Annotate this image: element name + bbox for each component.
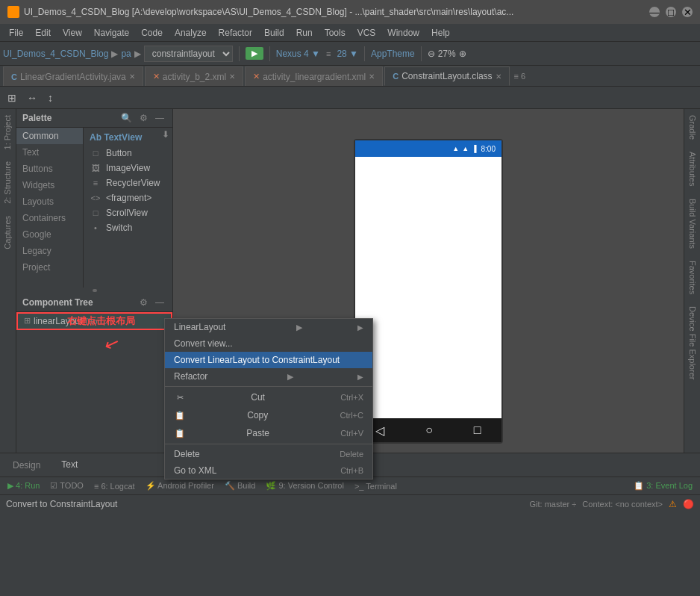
taskbar-build[interactable]: 🔨 Build bbox=[220, 479, 260, 492]
menu-edit[interactable]: Edit bbox=[29, 26, 57, 40]
minimize-button[interactable]: — bbox=[649, 7, 660, 17]
menu-refactor[interactable]: Refactor bbox=[213, 26, 258, 40]
more-tabs[interactable]: ≡ 6 bbox=[514, 72, 526, 81]
menu-tools[interactable]: Tools bbox=[319, 26, 351, 40]
taskbar-terminal[interactable]: >_ Terminal bbox=[350, 480, 401, 492]
tab-lineargradient[interactable]: C LinearGradientActivity.java ✕ bbox=[3, 66, 143, 86]
back-btn: ◁ bbox=[375, 423, 384, 438]
palette-item-scrollview[interactable]: □ ScrollView bbox=[87, 205, 169, 220]
right-tab-devicefile[interactable]: Device File Explorer bbox=[684, 300, 700, 385]
tab-activity-lineargradient[interactable]: ✕ activity_lineargradient.xml ✕ bbox=[245, 66, 383, 86]
right-tab-gradle[interactable]: Gradle bbox=[684, 109, 700, 146]
menu-view[interactable]: View bbox=[57, 26, 88, 40]
project-name[interactable]: UI_Demos_4_CSDN_Blog bbox=[3, 49, 108, 59]
palette-search[interactable]: 🔍 bbox=[119, 112, 134, 124]
close-button[interactable]: ✕ bbox=[682, 7, 693, 17]
api-level[interactable]: 28 ▼ bbox=[337, 49, 358, 59]
menu-file[interactable]: File bbox=[3, 26, 29, 40]
copy-icon: 📋 bbox=[174, 409, 186, 421]
right-tab-attributes[interactable]: Attributes bbox=[684, 146, 700, 192]
menu-code[interactable]: Code bbox=[135, 26, 169, 40]
cat-containers[interactable]: Containers bbox=[16, 210, 83, 226]
right-tab-favorites[interactable]: Favorites bbox=[684, 255, 700, 300]
tree-item-linearlayout[interactable]: ⊞ linearLayout (hori... bbox=[16, 312, 172, 330]
app-theme[interactable]: AppTheme bbox=[371, 49, 415, 59]
palette-collapse[interactable]: — bbox=[153, 112, 166, 124]
menu-build[interactable]: Build bbox=[258, 26, 290, 40]
tab-activity-b2[interactable]: ✕ activity_b_2.xml ✕ bbox=[145, 66, 243, 86]
sidebar-tab-structure[interactable]: 2: Structure bbox=[0, 155, 16, 210]
zoom-plus[interactable]: ⊕ bbox=[459, 49, 466, 59]
menu-window[interactable]: Window bbox=[381, 26, 425, 40]
ctx-item-cut[interactable]: ✂ Cut Ctrl+X bbox=[165, 388, 372, 406]
cat-text[interactable]: Text bbox=[16, 144, 83, 161]
phone-nav-bar: ◁ ○ □ bbox=[355, 418, 501, 442]
taskbar-todo[interactable]: ☑ TODO bbox=[46, 479, 87, 492]
tree-actions: ⚙ — bbox=[137, 297, 166, 308]
bottom-tab-design[interactable]: Design bbox=[3, 456, 50, 474]
taskbar-eventlog[interactable]: 📋 3: Event Log bbox=[629, 479, 697, 492]
ctx-item-copy[interactable]: 📋 Copy Ctrl+C bbox=[165, 406, 372, 424]
right-tab-buildvariants[interactable]: Build Variants bbox=[684, 193, 700, 255]
align-icon[interactable]: ↕ bbox=[45, 90, 56, 105]
ctx-refactor-label: Refactor bbox=[174, 371, 207, 382]
zoom-minus[interactable]: ⊖ bbox=[428, 49, 435, 59]
palette-download-btn[interactable]: ⬇ bbox=[162, 129, 169, 140]
menu-analyze[interactable]: Analyze bbox=[169, 26, 213, 40]
taskbar-profiler[interactable]: ⚡ Android Profiler bbox=[141, 479, 219, 492]
cat-google[interactable]: Google bbox=[16, 226, 83, 243]
ctx-item-convertview[interactable]: Convert view... bbox=[165, 335, 372, 352]
table-icon[interactable]: ⊞ bbox=[4, 90, 19, 105]
toolbar: UI_Demos_4_CSDN_Blog ▶ pa ▶ constraintla… bbox=[0, 42, 700, 66]
tab-close-1[interactable]: ✕ bbox=[129, 72, 135, 81]
tab-close-2[interactable]: ✕ bbox=[229, 72, 235, 81]
sidebar-tab-project[interactable]: 1: Project bbox=[0, 109, 16, 155]
arrow-left[interactable]: ↔ bbox=[24, 90, 40, 105]
taskbar-run[interactable]: ▶ 4: Run bbox=[3, 479, 44, 492]
tab-constraintlayout[interactable]: C ConstraintLayout.class ✕ bbox=[384, 66, 509, 86]
ctx-sep-1 bbox=[165, 386, 372, 387]
ctx-item-gotoxml[interactable]: Go to XML Ctrl+B bbox=[165, 462, 372, 479]
ctx-item-delete[interactable]: Delete Delete bbox=[165, 446, 372, 462]
toolbar-sep-3 bbox=[364, 46, 365, 61]
menu-navigate[interactable]: Navigate bbox=[88, 26, 135, 40]
breadcrumb-pa[interactable]: pa bbox=[121, 49, 131, 59]
ctx-item-linearlayout[interactable]: LinearLayout ▶ bbox=[165, 319, 372, 335]
palette-item-switch[interactable]: • Switch bbox=[87, 220, 169, 235]
cat-project[interactable]: Project bbox=[16, 259, 83, 276]
menu-run[interactable]: Run bbox=[290, 26, 319, 40]
taskbar-logcat[interactable]: ≡ 6: Logcat bbox=[90, 480, 140, 492]
run-button[interactable]: ▶ bbox=[246, 47, 263, 60]
tab-close-4[interactable]: ✕ bbox=[496, 72, 501, 81]
cat-widgets[interactable]: Widgets bbox=[16, 177, 83, 193]
palette-item-button[interactable]: □ Button bbox=[87, 146, 169, 161]
menu-vcs[interactable]: VCS bbox=[351, 26, 382, 40]
tree-collapse[interactable]: — bbox=[153, 297, 166, 308]
cat-buttons[interactable]: Buttons bbox=[16, 161, 83, 177]
palette-settings[interactable]: ⚙ bbox=[137, 112, 150, 124]
git-status[interactable]: Git: master ÷ bbox=[529, 500, 576, 509]
tab-close-3[interactable]: ✕ bbox=[369, 72, 375, 81]
status-right-section: Git: master ÷ Context: <no context> ⚠ 🔴 bbox=[529, 499, 694, 509]
cat-legacy[interactable]: Legacy bbox=[16, 243, 83, 259]
recyclerview-label: RecyclerView bbox=[106, 178, 160, 188]
app-icon bbox=[7, 6, 19, 18]
menu-help[interactable]: Help bbox=[425, 26, 456, 40]
ctx-item-refactor[interactable]: Refactor ▶ bbox=[165, 368, 372, 385]
cat-common[interactable]: Common bbox=[16, 128, 83, 144]
layout-dropdown[interactable]: constraintlayout bbox=[144, 46, 233, 62]
tree-settings[interactable]: ⚙ bbox=[137, 297, 150, 308]
cat-layouts[interactable]: Layouts bbox=[16, 193, 83, 210]
palette-item-imageview[interactable]: 🖼 ImageView bbox=[87, 161, 169, 176]
palette-item-recyclerview[interactable]: ≡ RecyclerView bbox=[87, 176, 169, 190]
tab-icon-3: ✕ bbox=[253, 72, 260, 81]
maximize-button[interactable]: □ bbox=[666, 7, 676, 17]
ctx-item-convert-constraint[interactable]: Convert LinearLayout to ConstraintLayout bbox=[165, 352, 372, 368]
taskbar-vcs[interactable]: 🌿 9: Version Control bbox=[261, 479, 349, 492]
bottom-tab-text[interactable]: Text bbox=[51, 456, 87, 474]
sidebar-tab-captures[interactable]: Captures bbox=[0, 210, 16, 255]
ctx-item-paste[interactable]: 📋 Paste Ctrl+V bbox=[165, 424, 372, 442]
device-name[interactable]: Nexus 4 ▼ bbox=[276, 49, 320, 59]
ctx-cut-shortcut: Ctrl+X bbox=[340, 393, 363, 402]
palette-item-fragment[interactable]: <> <fragment> bbox=[87, 190, 169, 205]
